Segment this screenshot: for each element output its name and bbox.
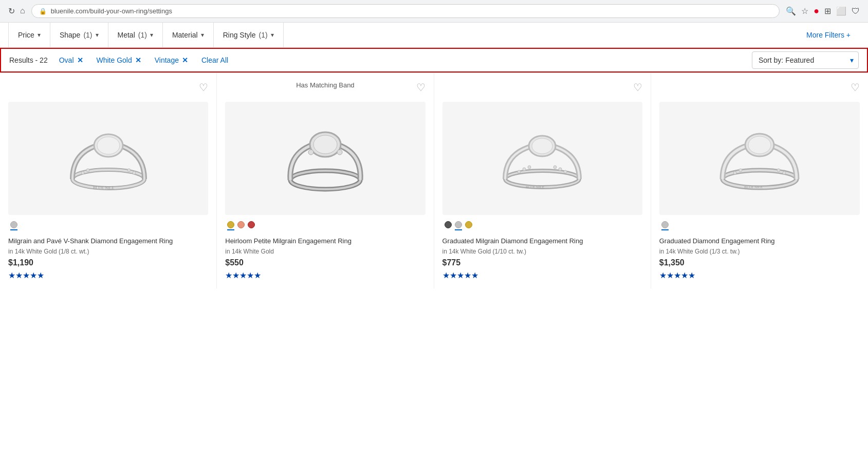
color-dot-rosegold-2[interactable] bbox=[237, 221, 245, 230]
svg-point-3 bbox=[97, 137, 120, 154]
more-filters-btn[interactable]: More Filters + bbox=[797, 23, 860, 47]
product-name-1: Milgrain and Pavé V-Shank Diamond Engage… bbox=[8, 237, 173, 246]
home-icon[interactable]: ⌂ bbox=[20, 6, 25, 16]
product-grid: ♡ BLUE NILE Milgrain an bbox=[0, 73, 868, 288]
clear-all-btn[interactable]: Clear All bbox=[197, 54, 232, 66]
color-dot-dark-3[interactable] bbox=[445, 221, 452, 230]
product-price-1: $1,190 bbox=[8, 258, 33, 267]
extension-icon[interactable]: ⬜ bbox=[836, 6, 846, 16]
svg-point-14 bbox=[337, 150, 342, 155]
product-stars-2: ★★★★★ bbox=[225, 270, 261, 280]
search-icon[interactable]: 🔍 bbox=[786, 6, 796, 16]
svg-point-23 bbox=[559, 168, 562, 171]
refresh-icon[interactable]: ↻ bbox=[8, 6, 15, 16]
shape-badge: (1) bbox=[83, 31, 92, 39]
active-filters-row: Results - 22 Oval ✕ White Gold ✕ Vintage… bbox=[0, 48, 868, 73]
product-metal-2: in 14k White Gold bbox=[225, 248, 274, 255]
product-metal-4: in 14k White Gold (1/3 ct. tw.) bbox=[659, 248, 740, 255]
address-bar[interactable]: 🔒 bluenile.com/build-your-own-ring/setti… bbox=[31, 4, 780, 18]
price-chevron-icon: ▾ bbox=[38, 31, 41, 39]
results-count: Results - 22 bbox=[9, 56, 48, 64]
ring-style-chevron-icon: ▾ bbox=[271, 31, 274, 39]
color-dot-red-2[interactable] bbox=[248, 221, 255, 230]
svg-point-20 bbox=[523, 168, 526, 171]
filter-bar: Price ▾ Shape (1) ▾ Metal (1) ▾ Material… bbox=[0, 23, 868, 48]
svg-point-30 bbox=[733, 171, 736, 174]
sort-wrapper[interactable]: Sort by: Featured Sort by: Price Low to … bbox=[752, 51, 859, 69]
svg-text:BLUE NILE: BLUE NILE bbox=[526, 185, 544, 189]
color-dot-silver-1[interactable] bbox=[10, 221, 17, 230]
product-card-2: Has Matching Band ♡ bbox=[217, 73, 434, 288]
shape-filter-btn[interactable]: Shape (1) ▾ bbox=[50, 23, 108, 47]
white-gold-chip-label: White Gold bbox=[97, 56, 132, 64]
svg-point-32 bbox=[777, 169, 780, 172]
oval-filter-chip[interactable]: Oval ✕ bbox=[55, 54, 87, 66]
color-dots-2 bbox=[225, 221, 255, 230]
wishlist-heart-icon-3[interactable]: ♡ bbox=[633, 81, 642, 94]
product-name-3: Graduated Milgrain Diamond Engagement Ri… bbox=[442, 237, 583, 246]
material-chevron-icon: ▾ bbox=[201, 31, 204, 39]
vintage-remove-icon[interactable]: ✕ bbox=[182, 56, 188, 64]
color-dots-1 bbox=[8, 221, 17, 230]
browser-nav-icons: ↻ ⌂ bbox=[8, 6, 25, 16]
metal-badge: (1) bbox=[138, 31, 147, 39]
product-stars-1: ★★★★★ bbox=[8, 270, 44, 280]
svg-point-5 bbox=[86, 169, 89, 172]
product-card-4: ♡ BLUE NILE Graduated Diamond En bbox=[651, 73, 868, 288]
browser-bar: ↻ ⌂ 🔒 bluenile.com/build-your-own-ring/s… bbox=[0, 0, 868, 23]
product-price-4: $1,350 bbox=[659, 258, 685, 267]
svg-point-31 bbox=[739, 169, 742, 172]
shield-icon[interactable]: 🛡 bbox=[852, 7, 860, 16]
product-image-1[interactable]: BLUE NILE bbox=[8, 102, 208, 215]
material-filter-btn[interactable]: Material ▾ bbox=[163, 23, 214, 47]
shape-chevron-icon: ▾ bbox=[96, 31, 99, 39]
url-text: bluenile.com/build-your-own-ring/setting… bbox=[51, 7, 172, 15]
sort-row: Sort by: Featured Sort by: Price Low to … bbox=[752, 51, 859, 69]
wishlist-heart-icon-4[interactable]: ♡ bbox=[851, 81, 860, 94]
product-image-3[interactable]: BLUE NILE bbox=[442, 102, 642, 215]
vintage-chip-label: Vintage bbox=[155, 56, 179, 64]
color-dot-silver-4[interactable] bbox=[661, 221, 669, 230]
layers-icon[interactable]: ⊞ bbox=[824, 6, 831, 16]
ring-style-label: Ring Style bbox=[223, 31, 256, 39]
svg-point-12 bbox=[313, 135, 337, 154]
ring-style-filter-btn[interactable]: Ring Style (1) ▾ bbox=[214, 23, 284, 47]
vintage-filter-chip[interactable]: Vintage ✕ bbox=[151, 54, 192, 66]
product-metal-1: in 14k White Gold (1/8 ct. wt.) bbox=[8, 248, 89, 255]
svg-text:BLUE NILE: BLUE NILE bbox=[93, 186, 114, 190]
color-dots-3 bbox=[442, 221, 472, 230]
clear-all-label: Clear All bbox=[201, 56, 228, 64]
more-filters-label: More Filters + bbox=[806, 31, 851, 39]
material-label: Material bbox=[172, 31, 198, 39]
color-dot-gold-3[interactable] bbox=[465, 221, 472, 230]
browser-right-icons: 🔍 ☆ ● ⊞ ⬜ 🛡 bbox=[786, 6, 860, 16]
white-gold-remove-icon[interactable]: ✕ bbox=[135, 56, 141, 64]
product-image-2[interactable] bbox=[225, 102, 425, 215]
svg-point-18 bbox=[532, 138, 552, 154]
svg-point-13 bbox=[308, 150, 313, 155]
svg-point-33 bbox=[783, 171, 786, 174]
svg-text:BLUE NILE: BLUE NILE bbox=[744, 185, 763, 189]
product-stars-4: ★★★★★ bbox=[659, 270, 695, 280]
product-metal-3: in 14k White Gold (1/10 ct. tw.) bbox=[442, 248, 526, 255]
svg-point-6 bbox=[127, 169, 131, 172]
white-gold-filter-chip[interactable]: White Gold ✕ bbox=[93, 54, 145, 66]
price-filter-btn[interactable]: Price ▾ bbox=[8, 23, 50, 47]
product-card-3: ♡ BLUE NILE bbox=[434, 73, 651, 288]
sort-select[interactable]: Sort by: Featured Sort by: Price Low to … bbox=[752, 51, 859, 69]
wishlist-heart-icon-1[interactable]: ♡ bbox=[199, 81, 208, 94]
color-dot-gold-2[interactable] bbox=[227, 221, 234, 230]
svg-point-19 bbox=[518, 170, 521, 173]
pinterest-icon[interactable]: ● bbox=[814, 6, 819, 16]
oval-remove-icon[interactable]: ✕ bbox=[77, 56, 83, 64]
svg-point-22 bbox=[553, 166, 557, 169]
price-label: Price bbox=[18, 31, 34, 39]
bookmark-icon[interactable]: ☆ bbox=[801, 6, 808, 16]
product-name-2: Heirloom Petite Milgrain Engagement Ring bbox=[225, 237, 352, 246]
product-name-4: Graduated Diamond Engagement Ring bbox=[659, 237, 775, 246]
svg-point-7 bbox=[133, 171, 136, 174]
metal-filter-btn[interactable]: Metal (1) ▾ bbox=[108, 23, 163, 47]
color-dot-silver-3[interactable] bbox=[455, 221, 462, 230]
product-image-4[interactable]: BLUE NILE bbox=[659, 102, 860, 215]
wishlist-heart-icon-2[interactable]: ♡ bbox=[416, 81, 426, 94]
